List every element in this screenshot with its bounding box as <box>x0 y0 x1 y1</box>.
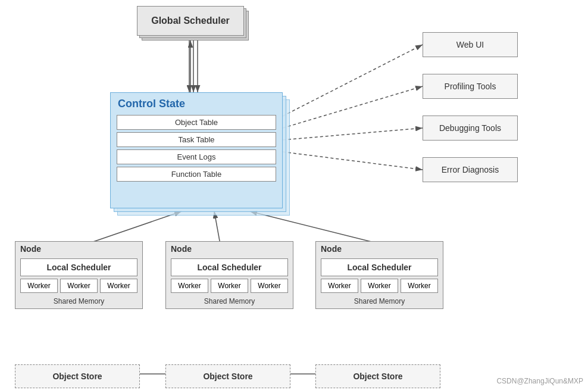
node-box-2: Node Local Scheduler Worker Worker Worke… <box>165 241 293 309</box>
worker-3-2: Worker <box>361 279 398 293</box>
object-store-2: Object Store <box>165 364 290 388</box>
worker-1-3: Worker <box>100 279 137 293</box>
worker-1-1: Worker <box>20 279 58 293</box>
worker-2-2: Worker <box>211 279 248 293</box>
svg-line-11 <box>214 211 220 244</box>
diagram-container: Global Scheduler Control State Object Ta… <box>0 0 588 390</box>
node-label-2: Node <box>166 242 293 256</box>
shared-memory-2: Shared Memory <box>166 295 293 308</box>
table-object: Object Table <box>117 115 276 130</box>
worker-3-3: Worker <box>401 279 438 293</box>
web-ui-box: Web UI <box>423 32 518 57</box>
local-scheduler-3: Local Scheduler <box>321 258 438 276</box>
node-box-1: Node Local Scheduler Worker Worker Worke… <box>15 241 143 309</box>
svg-line-7 <box>283 86 423 128</box>
svg-line-12 <box>250 211 381 244</box>
table-event: Event Logs <box>117 149 276 164</box>
table-function: Function Table <box>117 167 276 182</box>
object-store-3: Object Store <box>315 364 440 388</box>
svg-line-10 <box>86 211 182 244</box>
workers-row-2: Worker Worker Worker <box>171 279 288 293</box>
debugging-tools-box: Debugging Tools <box>423 116 518 141</box>
shared-memory-3: Shared Memory <box>316 295 443 308</box>
worker-2-3: Worker <box>251 279 288 293</box>
workers-row-1: Worker Worker Worker <box>20 279 137 293</box>
local-scheduler-2: Local Scheduler <box>171 258 288 276</box>
watermark: CSDN@ZhangJiQun&MXP <box>496 377 583 385</box>
worker-2-1: Worker <box>171 279 208 293</box>
control-state-label: Control State <box>111 93 282 113</box>
global-scheduler-stack: Global Scheduler <box>137 6 244 36</box>
worker-3-1: Worker <box>321 279 358 293</box>
control-state-stack: Control State Object Table Task Table Ev… <box>110 92 283 208</box>
global-scheduler-label: Global Scheduler <box>151 15 230 26</box>
shared-memory-1: Shared Memory <box>15 295 142 308</box>
profiling-tools-box: Profiling Tools <box>423 74 518 99</box>
node-label-3: Node <box>316 242 443 256</box>
svg-line-6 <box>283 45 423 116</box>
worker-1-2: Worker <box>60 279 98 293</box>
error-diagnosis-box: Error Diagnosis <box>423 157 518 182</box>
svg-line-8 <box>283 128 423 140</box>
arrows-svg <box>0 0 588 390</box>
node-box-3: Node Local Scheduler Worker Worker Worke… <box>315 241 443 309</box>
node-label-1: Node <box>15 242 142 256</box>
svg-line-9 <box>283 152 423 170</box>
local-scheduler-1: Local Scheduler <box>20 258 137 276</box>
table-task: Task Table <box>117 132 276 147</box>
workers-row-3: Worker Worker Worker <box>321 279 438 293</box>
object-store-1: Object Store <box>15 364 140 388</box>
